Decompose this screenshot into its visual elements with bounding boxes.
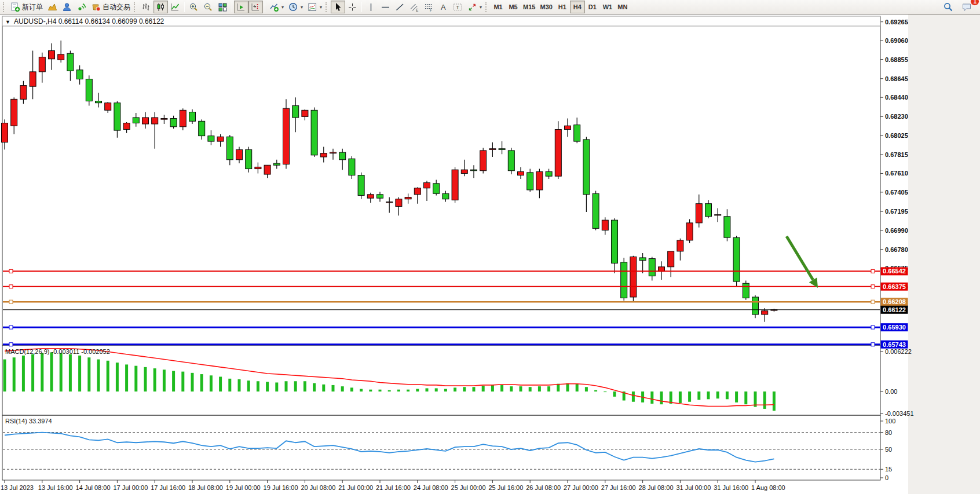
timeframe-m5[interactable]: M5 xyxy=(506,1,521,13)
toolbar-grip[interactable] xyxy=(485,2,488,12)
macd-tick: -0.003451 xyxy=(885,410,914,417)
date-tick: 21 Jul 00:00 xyxy=(338,484,373,491)
candle-down xyxy=(273,163,280,165)
bar-chart-button[interactable] xyxy=(139,1,153,13)
line-anchor[interactable] xyxy=(9,343,13,346)
text-label-button[interactable]: T xyxy=(451,1,465,13)
line-anchor[interactable] xyxy=(871,325,875,329)
chevron-down-icon: ▾ xyxy=(320,5,322,10)
line-anchor[interactable] xyxy=(9,325,13,329)
price-tick: 0.68025 xyxy=(885,132,908,139)
candlestick-chart-icon xyxy=(156,2,166,12)
trendline-button[interactable] xyxy=(393,1,407,13)
line-anchor[interactable] xyxy=(871,300,875,303)
hline-0.65930[interactable] xyxy=(3,325,880,329)
price-tick: 0.66990 xyxy=(885,227,908,234)
trend-arrow-annotation[interactable] xyxy=(787,236,818,288)
panel-border xyxy=(2,415,880,480)
line-anchor[interactable] xyxy=(871,269,875,273)
candle-up xyxy=(396,199,402,207)
toolbar-grip[interactable] xyxy=(326,2,328,12)
line-anchor[interactable] xyxy=(9,300,13,303)
timeframe-label: M30 xyxy=(540,3,552,10)
line-anchor[interactable] xyxy=(9,269,13,273)
toolbar-grip[interactable] xyxy=(134,2,137,12)
price-tick: 0.69060 xyxy=(885,37,908,44)
community-button[interactable] xyxy=(60,1,74,13)
rsi-label: RSI(14) 33.3974 xyxy=(5,418,52,425)
line-chart-button[interactable] xyxy=(168,1,182,13)
candle-down xyxy=(612,220,618,263)
candle-up xyxy=(565,126,571,129)
templates-icon xyxy=(308,2,317,12)
candle-down xyxy=(349,159,355,175)
rsi-tick: 50 xyxy=(885,446,892,453)
chart-shift-button[interactable] xyxy=(248,1,263,13)
timeframe-m15[interactable]: M15 xyxy=(521,1,537,13)
fibonacci-button[interactable]: F xyxy=(422,1,436,13)
periods-button[interactable]: ▾ xyxy=(286,1,305,13)
timeframe-h1[interactable]: H1 xyxy=(555,1,570,13)
zoom-in-button[interactable] xyxy=(187,1,201,13)
date-tick: 25 Jul 16:00 xyxy=(488,484,523,491)
horizontal-line-button[interactable] xyxy=(378,1,393,13)
candle-up xyxy=(30,72,36,86)
tile-windows-icon xyxy=(218,2,228,12)
timeframe-h4[interactable]: H4 xyxy=(570,1,585,13)
vertical-line-button[interactable] xyxy=(364,1,378,13)
crosshair-button[interactable] xyxy=(345,1,360,13)
timeframe-m30[interactable]: M30 xyxy=(537,1,554,13)
macd-indicator xyxy=(5,349,774,411)
equidistant-channel-button[interactable]: E xyxy=(407,1,422,13)
toolbar-grip[interactable] xyxy=(3,2,6,12)
candlestick-chart-button[interactable] xyxy=(153,1,168,13)
auto-scroll-button[interactable] xyxy=(234,1,248,13)
candle-down xyxy=(621,262,627,298)
chart-shift-icon xyxy=(251,2,261,12)
signals-button[interactable] xyxy=(74,1,89,13)
candle-down xyxy=(292,105,299,118)
toolbar: 新订单 自动交易 xyxy=(0,0,980,14)
text-button[interactable]: A xyxy=(436,1,451,13)
candle-up xyxy=(217,137,224,141)
hline-0.65743[interactable] xyxy=(3,343,880,346)
macd-tick: 0.006222 xyxy=(885,348,912,355)
candle-up xyxy=(11,99,17,126)
chart-area[interactable]: 0.692650.690600.688550.686450.684400.682… xyxy=(0,14,980,494)
timeframe-label: D1 xyxy=(588,3,597,10)
date-tick: 18 Jul 08:00 xyxy=(188,484,223,491)
search-button[interactable] xyxy=(941,1,956,13)
zoom-out-button[interactable] xyxy=(201,1,215,13)
candle-up xyxy=(668,251,674,267)
line-anchor[interactable] xyxy=(871,343,875,346)
candle-down xyxy=(752,297,759,314)
candle-up xyxy=(2,123,8,142)
svg-text:0.66375: 0.66375 xyxy=(883,283,906,290)
timeframe-w1[interactable]: W1 xyxy=(600,1,615,13)
candle-up xyxy=(20,86,27,100)
autotrading-button[interactable]: 自动交易 xyxy=(89,1,133,13)
profiles-button[interactable] xyxy=(45,1,60,13)
candle-up xyxy=(489,149,496,150)
indicators-button[interactable]: ▾ xyxy=(267,1,286,13)
hline-0.66542[interactable] xyxy=(3,269,880,273)
hline-0.66208[interactable] xyxy=(3,300,880,303)
candle-down xyxy=(199,121,205,136)
timeframe-mn[interactable]: MN xyxy=(615,1,630,13)
new-order-button[interactable]: 新订单 xyxy=(8,1,45,13)
timeframe-label: M5 xyxy=(509,3,517,10)
cursor-button[interactable] xyxy=(331,1,345,13)
line-anchor[interactable] xyxy=(871,285,875,288)
svg-text:0.66208: 0.66208 xyxy=(883,298,906,305)
price-badge: 0.65930 xyxy=(881,323,908,331)
chart-dropdown-icon[interactable]: ▼ xyxy=(5,19,10,25)
notification-badge[interactable]: 1 xyxy=(970,0,979,6)
candle-up xyxy=(536,171,543,190)
timeframe-d1[interactable]: D1 xyxy=(585,1,600,13)
candle-down xyxy=(339,152,346,160)
templates-button[interactable]: ▾ xyxy=(305,1,324,13)
arrows-button[interactable]: ▾ xyxy=(465,1,484,13)
line-anchor[interactable] xyxy=(9,285,13,288)
tile-windows-button[interactable] xyxy=(215,1,230,13)
timeframe-m1[interactable]: M1 xyxy=(491,1,506,13)
